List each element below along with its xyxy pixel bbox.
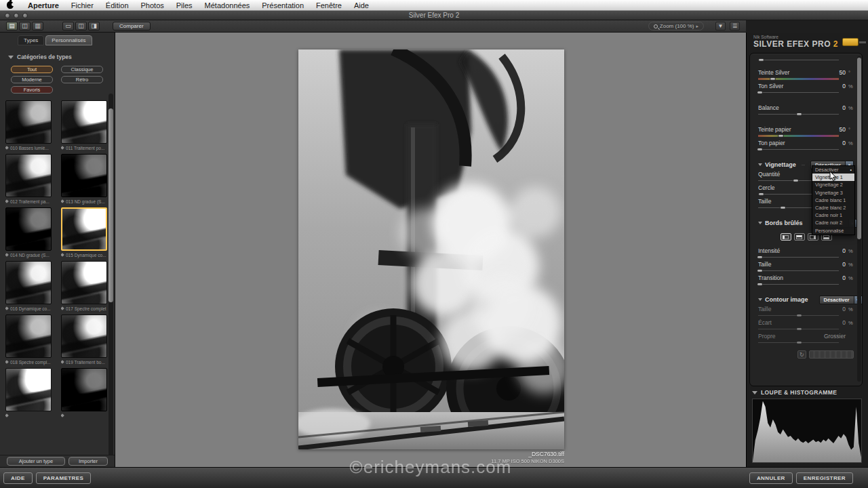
preset-thumbnail[interactable] [5,154,52,197]
menu-item[interactable]: Présentation [256,0,310,11]
vignette-menu-item[interactable]: Vignettage 2 [812,181,854,188]
slider-track[interactable] [758,313,839,318]
viewer-view-icon[interactable]: ▥ [32,22,43,30]
categories-header[interactable]: Catégories de types [8,54,115,60]
image-border-section-header[interactable]: Contour image Désactiver ▼ [758,295,854,304]
slider-track[interactable] [758,134,839,138]
menu-item[interactable]: Édition [100,0,135,11]
vignette-menu-item[interactable]: Cadre blanc 2 [812,204,854,211]
burned-edge-top-button[interactable] [794,233,805,241]
preset-thumbnail[interactable] [5,207,52,251]
slider-handle[interactable] [758,192,764,196]
category-button[interactable]: Favoris [11,86,53,94]
vignette-menu-item[interactable]: Cadre blanc 1 [812,197,854,204]
panel-scrollbar-thumb[interactable] [857,58,861,239]
slider-track[interactable] [758,112,839,117]
menu-item[interactable]: Aperture [22,0,65,11]
split-compare-icon[interactable]: ◫ [75,22,87,30]
preset-tab[interactable]: Personnalisés [45,35,92,45]
menu-item[interactable]: Aide [348,0,375,11]
preset-thumbnail[interactable] [5,100,52,144]
toolbar: ▤ ◫ ▥ ▭ ◫ ◨ Comparer Zoom (100 %) ▸ ▼ ☰ [0,20,746,33]
refresh-icon[interactable]: ↻ [797,350,806,359]
slider-handle[interactable] [796,341,802,344]
menu-item[interactable]: Photos [135,0,170,11]
slider-row: Taille 0 % [758,306,854,318]
slider-handle[interactable] [757,91,763,94]
preset-thumbnail[interactable] [5,261,52,304]
vignette-menu-item[interactable]: Personnalisé [812,227,854,235]
preset-tab[interactable]: Types [18,35,44,45]
slider-handle[interactable] [757,148,763,151]
slider-unit: % [848,275,854,281]
single-image-icon[interactable]: ▭ [62,22,74,30]
import-button[interactable]: Importer [68,457,108,466]
menu-item[interactable]: Piles [170,0,199,11]
slider-track[interactable] [758,147,839,152]
category-button[interactable]: Rétro [61,76,103,83]
split-view-icon[interactable]: ◫ [19,22,31,30]
save-button[interactable]: ENREGISTRER [796,472,853,484]
slider-handle[interactable] [757,283,763,286]
slider-track[interactable] [758,77,839,81]
preset-thumbnail[interactable] [61,154,107,197]
menu-item[interactable]: Fenêtre [310,0,348,11]
preset-thumbnail[interactable] [61,314,107,358]
slider-track[interactable] [758,340,839,345]
slider-handle[interactable] [770,77,776,81]
preset-thumbnail[interactable] [5,314,52,358]
image-border-dropdown[interactable]: Désactiver ▼ [819,296,863,304]
burned-edge-left-button[interactable] [781,233,791,241]
settings-button[interactable]: PARAMETRES [36,472,91,484]
preset-thumbnail[interactable] [61,100,107,144]
slider-handle[interactable] [757,256,763,259]
slider-handle[interactable] [796,327,802,331]
vignette-menu-item[interactable]: Cadre noir 1 [812,211,854,219]
side-by-side-icon[interactable]: ◨ [88,22,100,30]
menu-item[interactable]: Métadonnées [199,0,256,11]
help-button[interactable]: AIDE [3,472,33,484]
partial-slider-track[interactable] [758,58,839,62]
add-preset-button[interactable]: Ajouter un type [7,457,65,466]
category-button[interactable]: Moderne [11,76,53,83]
slider-track[interactable] [758,282,839,287]
vary-border-button[interactable] [809,350,854,359]
preset-scrollbar[interactable] [108,94,113,457]
slider-handle[interactable] [757,269,763,272]
slider-track[interactable] [758,255,839,260]
slider-label: Quantité [758,171,780,178]
slider-handle[interactable] [793,179,799,182]
preset-thumbnail[interactable] [61,207,107,251]
histogram-chart [753,399,861,462]
cancel-button[interactable]: ANNULER [749,472,793,484]
apple-menu-icon[interactable] [7,1,14,9]
preset-thumbnail[interactable] [5,368,52,411]
panel-toggle-icon[interactable]: ☰ [730,22,740,30]
loupe-histogram-header[interactable]: LOUPE & HISTOGRAMME [752,389,837,396]
preset-thumbnail[interactable] [61,368,107,411]
slider-row: Écart 0 % [758,319,854,331]
dropper-icon[interactable]: ▼ [715,22,726,30]
slider-unit: ° [848,127,854,133]
slider-unit: ° [848,70,854,76]
slider-track[interactable] [758,268,839,273]
compare-button[interactable]: Comparer [113,22,151,30]
menu-item[interactable]: Fichier [65,0,100,11]
slider-handle[interactable] [796,113,802,116]
vignette-menu-item[interactable]: Vignettage 3 [812,189,854,197]
zoom-control[interactable]: Zoom (100 %) ▸ [648,22,704,30]
category-button[interactable]: Tout [11,66,53,73]
slider-track[interactable] [758,90,839,95]
preset-marker-icon [61,253,64,257]
slider-handle[interactable] [758,58,764,62]
slider-track[interactable] [758,327,839,331]
browser-view-icon[interactable]: ▤ [6,22,18,30]
slider-handle[interactable] [796,314,802,317]
preset-thumbnail[interactable] [61,261,107,304]
preset-scrollbar-thumb[interactable] [108,108,113,302]
panel-scrollbar[interactable] [857,56,861,382]
slider-handle[interactable] [778,134,784,138]
vignette-menu-item[interactable]: Cadre noir 2 [812,219,854,226]
category-button[interactable]: Classique [61,66,103,73]
slider-handle[interactable] [780,206,786,209]
